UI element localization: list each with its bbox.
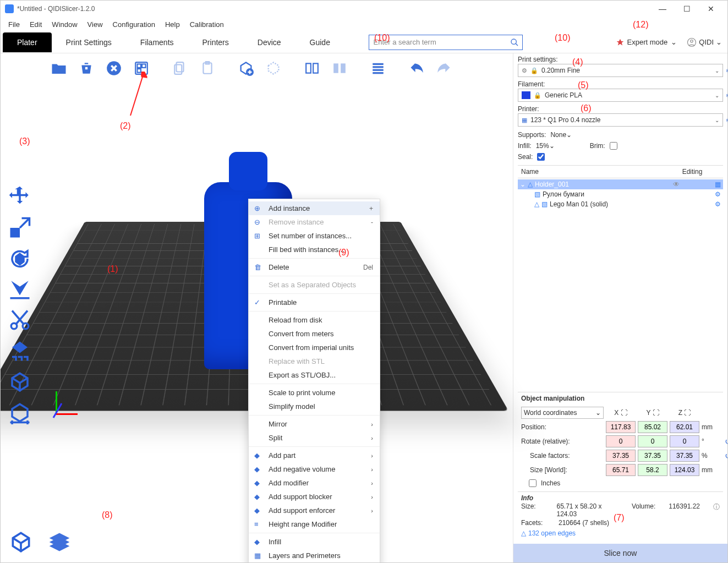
remove-instance-button[interactable] <box>262 57 285 80</box>
context-menu-item[interactable]: ≡Height range Modifier <box>249 517 380 531</box>
arrange-button[interactable] <box>130 57 153 80</box>
gear-icon[interactable]: ⚙ <box>726 116 727 124</box>
position-z[interactable] <box>670 421 699 433</box>
context-menu-item[interactable]: ◆Add support enforcer› <box>249 504 380 517</box>
context-menu-item[interactable]: Mirror› <box>249 417 380 431</box>
size-x[interactable] <box>606 464 636 476</box>
close-button[interactable]: ✕ <box>699 1 723 17</box>
reset-scale-button[interactable]: ↺ <box>721 451 727 461</box>
scale-z[interactable] <box>670 450 699 462</box>
seal-checkbox[interactable] <box>537 153 545 161</box>
filament-combo[interactable]: 🔒 Generic PLA ⌄ ⚙ <box>518 89 723 102</box>
gear-icon[interactable]: ⚙ <box>715 200 721 208</box>
search-input[interactable]: Enter a search term <box>369 35 523 50</box>
position-x[interactable] <box>606 421 636 433</box>
context-menu-item[interactable]: Export as STL/OBJ... <box>249 368 380 382</box>
paint-support-tool[interactable] <box>5 336 35 366</box>
context-menu-item[interactable]: ◆Add modifier› <box>249 476 380 490</box>
open-button[interactable] <box>47 57 70 80</box>
menu-edit[interactable]: Edit <box>25 18 46 31</box>
context-menu-item[interactable]: ⊞Set number of instances... <box>249 229 380 243</box>
variable-layer-button[interactable] <box>366 57 390 80</box>
coordinate-system-combo[interactable]: World coordinates⌄ <box>521 407 604 419</box>
slice-now-button[interactable]: Slice now <box>513 544 727 562</box>
tree-item[interactable]: ▧ Рулон бумаги ⚙ <box>518 189 723 199</box>
gear-icon[interactable]: ⚙ <box>715 190 721 198</box>
context-menu-item[interactable]: ◆Add support blocker› <box>249 490 380 504</box>
delete-button[interactable] <box>75 57 98 80</box>
clear-button[interactable] <box>102 57 125 80</box>
menu-configuration[interactable]: Configuration <box>108 18 160 31</box>
context-menu-item[interactable]: ⊕Add instance+ <box>249 201 380 215</box>
printer-combo[interactable]: ▦ 123 * Q1 Pro 0.4 nozzle ⌄ ⚙ <box>518 113 723 127</box>
edit-icon[interactable]: ▦ <box>715 181 721 188</box>
move-tool[interactable] <box>5 182 35 212</box>
redo-button[interactable] <box>433 57 456 80</box>
rotate-z[interactable] <box>670 435 699 447</box>
add-instance-button[interactable] <box>234 57 258 80</box>
measure-tool[interactable] <box>5 398 35 428</box>
maximize-button[interactable]: ☐ <box>675 1 699 17</box>
context-menu-item[interactable]: Reload from disk <box>249 313 380 327</box>
tab-guide[interactable]: Guide <box>295 32 344 52</box>
context-menu-item[interactable]: Convert from meters <box>249 327 380 341</box>
context-menu-item[interactable]: ▦Layers and Perimeters <box>249 549 380 562</box>
info-icon[interactable]: ⓘ <box>713 502 720 518</box>
infill-combo[interactable]: 15%⌄ <box>536 142 574 150</box>
tab-plater[interactable]: Plater <box>3 32 52 52</box>
warning-open-edges[interactable]: △ 132 open edges <box>521 529 720 537</box>
context-menu-item[interactable]: ◆Infill <box>249 535 380 549</box>
inches-checkbox[interactable] <box>529 479 537 487</box>
menu-help[interactable]: Help <box>161 18 184 31</box>
context-menu-item[interactable]: Scale to print volume <box>249 386 380 400</box>
3d-viewport[interactable]: ⊕Add instance+⊖Remove instance-⊞Set numb… <box>1 83 513 562</box>
visibility-icon[interactable]: 👁 <box>673 181 680 188</box>
tab-device[interactable]: Device <box>243 32 295 52</box>
scale-tool[interactable] <box>5 213 35 243</box>
undo-button[interactable] <box>405 57 428 80</box>
split-objects-button[interactable] <box>300 57 324 80</box>
mode-selector[interactable]: Expert mode ⌄ <box>616 38 677 46</box>
seam-tool[interactable] <box>5 367 35 397</box>
split-parts-button[interactable] <box>328 57 351 80</box>
expand-icon[interactable]: ⌄ <box>520 181 526 188</box>
supports-combo[interactable]: None⌄ <box>550 131 723 139</box>
context-menu-item[interactable]: ◆Add part› <box>249 449 380 462</box>
rotate-tool[interactable] <box>5 244 35 274</box>
tab-printers[interactable]: Printers <box>188 32 243 52</box>
copy-button[interactable] <box>168 57 191 80</box>
account-menu[interactable]: QIDI ⌄ <box>687 37 722 47</box>
scale-x[interactable] <box>606 450 636 462</box>
menu-window[interactable]: Window <box>47 18 81 31</box>
context-menu-item[interactable]: Split› <box>249 431 380 445</box>
view-3d-button[interactable] <box>5 526 37 558</box>
view-preview-button[interactable] <box>43 526 75 558</box>
rotate-y[interactable] <box>638 435 667 447</box>
menu-view[interactable]: View <box>83 18 107 31</box>
gear-icon[interactable]: ⚙ <box>726 67 727 75</box>
scale-y[interactable] <box>638 450 667 462</box>
context-menu-item[interactable]: Convert from imperial units <box>249 341 380 354</box>
tree-item[interactable]: ⌄ △ Holder_001 👁 ▦ <box>518 179 723 189</box>
reset-rotate-button[interactable]: ↺ <box>721 436 727 447</box>
rotate-x[interactable] <box>606 435 636 447</box>
context-menu-item[interactable]: ✓Printable <box>249 296 380 309</box>
context-menu-item[interactable]: ◆Add negative volume› <box>249 462 380 476</box>
print-settings-combo[interactable]: ⚙ 🔒 0.20mm Fine ⌄ ⚙ <box>518 64 723 77</box>
context-menu-item[interactable]: 🗑DeleteDel <box>249 260 380 274</box>
context-menu-item[interactable]: Simplify model <box>249 400 380 413</box>
tab-filaments[interactable]: Filaments <box>126 32 188 52</box>
menu-file[interactable]: File <box>4 18 24 31</box>
context-menu-item[interactable]: Fill bed with instances... <box>249 243 380 256</box>
cut-tool[interactable] <box>5 305 35 335</box>
size-z[interactable] <box>670 464 699 476</box>
minimize-button[interactable]: — <box>650 1 675 17</box>
gear-icon[interactable]: ⚙ <box>726 91 727 100</box>
brim-checkbox[interactable] <box>610 142 617 150</box>
paste-button[interactable] <box>196 57 219 80</box>
tree-item[interactable]: △ ▧ Lego Man 01 (solid) ⚙ <box>518 199 723 209</box>
size-y[interactable] <box>638 464 667 476</box>
position-y[interactable] <box>638 421 667 433</box>
menu-calibration[interactable]: Calibration <box>185 18 228 31</box>
place-on-face-tool[interactable] <box>5 275 35 304</box>
